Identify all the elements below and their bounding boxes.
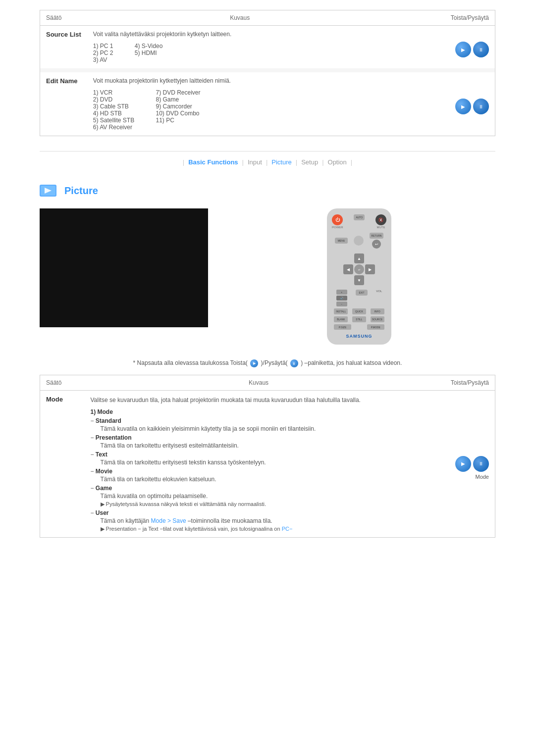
edit-item-8: 8) Game bbox=[156, 96, 201, 103]
picture-header: Picture bbox=[40, 183, 495, 199]
vol-plus[interactable]: + bbox=[336, 290, 347, 295]
nav-sep-1: | bbox=[183, 158, 184, 166]
movie-item: − Movie bbox=[91, 468, 427, 475]
pc-link[interactable]: PC− bbox=[282, 526, 293, 532]
source-item-2: 2) PC 2 bbox=[93, 50, 113, 56]
note-play-icon: ▶ bbox=[250, 359, 258, 367]
source-list-desc: Voit valita näytettäväksi projektoriin k… bbox=[93, 31, 387, 38]
vol-minus[interactable]: − bbox=[336, 302, 347, 306]
edit-item-5: 5) Satellite STB bbox=[93, 117, 134, 124]
mode-table: Säätö Kuvaus Toista/Pysäytä Mode Valitse… bbox=[40, 375, 495, 538]
user-note: ▶ Presentation − ja Text −tilat ovat käy… bbox=[101, 526, 427, 532]
nav-basic-functions[interactable]: Basic Functions bbox=[188, 158, 238, 166]
vol-control: + 🔊 − bbox=[336, 290, 347, 306]
edit-name-buttons: ▶ ⏸ bbox=[392, 72, 495, 136]
source-item-3: 3) AV bbox=[93, 56, 113, 63]
nav-option[interactable]: Option bbox=[328, 158, 347, 166]
source-list-buttons: ▶ ⏸ bbox=[392, 26, 495, 69]
dpad-up[interactable]: ▲ bbox=[354, 253, 364, 263]
pause-button-edit[interactable]: ⏸ bbox=[473, 99, 489, 114]
nav-setup[interactable]: Setup bbox=[301, 158, 318, 166]
mode-header-kuvaus: Kuvaus bbox=[85, 375, 433, 391]
mode-row: Mode Valitse se kuvaruudun tila, jota ha… bbox=[40, 391, 495, 538]
install-button[interactable]: INSTALL bbox=[334, 308, 348, 314]
mode-description: Valitse se kuvaruudun tila, jota haluat … bbox=[91, 396, 427, 404]
blank-button[interactable]: BLANK bbox=[334, 316, 348, 322]
dpad-down[interactable]: ▼ bbox=[354, 275, 364, 285]
spacer bbox=[355, 324, 363, 330]
mode-number: 1) Mode bbox=[91, 408, 427, 415]
psize-button[interactable]: P.SIZE bbox=[334, 324, 351, 330]
quick-button[interactable]: QUICK bbox=[352, 308, 366, 314]
presentation-desc: Tämä tila on tarkoitettu erityisesti esi… bbox=[101, 442, 427, 449]
edit-item-10: 10) DVD Combo bbox=[156, 110, 201, 117]
presentation-item: − Presentation bbox=[91, 434, 427, 441]
mode-header-saato: Säätö bbox=[40, 375, 85, 391]
source-list-content: Voit valita näytettäväksi projektoriin k… bbox=[87, 26, 393, 69]
dpad-right[interactable]: ▶ bbox=[365, 264, 375, 274]
mode-save-link[interactable]: Mode > Save bbox=[151, 517, 186, 524]
standard-desc: Tämä kuvatila on kaikkiein yleisimmin kä… bbox=[101, 425, 427, 432]
game-note: ▶ Pysäytetyssä kuvassa näkyvä teksti ei … bbox=[101, 501, 427, 507]
source-item-5: 5) HDMI bbox=[135, 50, 162, 56]
note-pause-icon: ⏸ bbox=[290, 359, 298, 367]
mode-buttons-cell: ▶ ⏸ Mode bbox=[433, 391, 495, 538]
vol-text: VOL bbox=[376, 290, 382, 306]
remote-dpad: ▲ ◀ ↵ ▶ ▼ bbox=[343, 253, 375, 285]
page-wrapper: Säätö Kuvaus Toista/Pysäytä Source List … bbox=[0, 0, 535, 548]
source-button[interactable]: SOURCE bbox=[371, 316, 384, 322]
dpad-center[interactable]: ↵ bbox=[354, 264, 364, 274]
mode-table-header: Säätö Kuvaus Toista/Pysäytä bbox=[40, 375, 495, 391]
play-area-mode: ▶ ⏸ Mode bbox=[439, 449, 489, 480]
edit-item-1: 1) VCR bbox=[93, 89, 134, 96]
play-buttons-edit: ▶ ⏸ bbox=[455, 99, 489, 114]
menu-button[interactable]: MENU bbox=[335, 238, 348, 244]
mode-label: Mode bbox=[40, 391, 85, 538]
power-button[interactable]: ⏻ bbox=[332, 214, 343, 225]
play-button-mode[interactable]: ▶ bbox=[455, 456, 471, 472]
nav-circle bbox=[354, 236, 364, 246]
play-button-source[interactable]: ▶ bbox=[455, 42, 471, 57]
edit-name-content: Voit muokata projektoriin kytkettyjen la… bbox=[87, 72, 393, 136]
pause-button-source[interactable]: ⏸ bbox=[473, 42, 489, 57]
auto-button[interactable]: AUTO bbox=[354, 214, 365, 220]
source-list-label: Source List bbox=[40, 26, 87, 69]
source-list-row: Source List Voit valita näytettäväksi pr… bbox=[40, 26, 495, 69]
install-row: INSTALL QUICK INFO bbox=[332, 308, 386, 314]
edit-item-7: 7) DVD Receiver bbox=[156, 89, 201, 96]
pause-button-mode[interactable]: ⏸ bbox=[473, 456, 489, 472]
mute-button[interactable]: 🔇 bbox=[375, 214, 386, 225]
game-desc: Tämä kuvatila on optimoitu pelaamiselle. bbox=[101, 493, 427, 500]
psize-row: P.SIZE P.MODE bbox=[332, 324, 386, 330]
game-item: − Game bbox=[91, 485, 427, 492]
nav-input[interactable]: Input bbox=[248, 158, 262, 166]
nav-sep-3: | bbox=[266, 158, 268, 166]
picture-title: Picture bbox=[64, 185, 98, 197]
exit-button[interactable]: EXIT bbox=[356, 290, 368, 296]
exit-area: EXIT bbox=[356, 290, 368, 306]
edit-name-label: Edit Name bbox=[40, 72, 87, 136]
samsung-brand: SAMSUNG bbox=[332, 334, 386, 339]
mute-label: MUTE bbox=[376, 226, 385, 229]
nav-sep-2: | bbox=[242, 158, 244, 166]
nav-sep-6: | bbox=[351, 158, 352, 166]
edit-name-desc: Voit muokata projektoriin kytkettyjen la… bbox=[93, 77, 387, 84]
user-desc: Tämä on käyttäjän Mode > Save –toiminnol… bbox=[101, 517, 427, 524]
nav-sep-4: | bbox=[296, 158, 297, 166]
still-button[interactable]: STILL bbox=[352, 316, 366, 322]
info-button[interactable]: INFO bbox=[371, 308, 384, 314]
play-buttons-source: ▶ ⏸ bbox=[455, 42, 489, 57]
remote-top-row: ⏻ POWER AUTO 🔇 MUTE bbox=[332, 214, 386, 229]
nav-picture[interactable]: Picture bbox=[271, 158, 291, 166]
pmode-button[interactable]: P.MODE bbox=[367, 324, 384, 330]
return-icon[interactable]: ↩ bbox=[372, 240, 381, 249]
nav-bar: | Basic Functions | Input | Picture | Se… bbox=[40, 151, 495, 173]
remote-control: ⏻ POWER AUTO 🔇 MUTE bbox=[327, 208, 391, 345]
return-button[interactable]: RETURN bbox=[370, 233, 383, 239]
edit-name-row: Edit Name Voit muokata projektoriin kytk… bbox=[40, 72, 495, 136]
remote-menu-row: MENU RETURN ↩ bbox=[332, 233, 386, 249]
dpad-left[interactable]: ◀ bbox=[343, 264, 353, 274]
dpad-container: ▲ ◀ ↵ ▶ ▼ bbox=[332, 251, 386, 288]
play-button-edit[interactable]: ▶ bbox=[455, 99, 471, 114]
mode-header-toista: Toista/Pysäytä bbox=[433, 375, 495, 391]
